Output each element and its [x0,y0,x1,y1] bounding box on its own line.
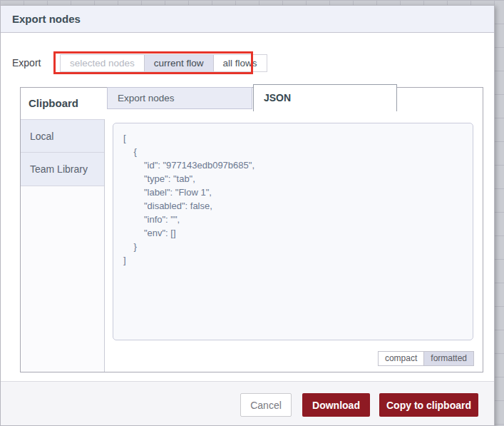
json-export-textarea[interactable]: [ { "id": "977143edb097b685", "type": "t… [113,123,473,340]
tab-json[interactable]: JSON [253,84,397,111]
copy-to-clipboard-button[interactable]: Copy to clipboard [379,393,478,417]
dialog-footer: Cancel Download Copy to clipboard [1,382,494,425]
library-sidebar: Local Team Library [21,119,105,372]
export-destination-panel: Clipboard Export nodes JSON Local Team L… [20,87,483,372]
export-scope-label: Export [12,57,41,69]
format-compact-button[interactable]: compact [379,352,423,365]
json-format-toggle-group: compact formatted [378,351,474,366]
cancel-button[interactable]: Cancel [240,393,292,417]
section-label-clipboard: Clipboard [29,97,78,109]
export-option-selected-nodes[interactable]: selected nodes [61,55,144,71]
download-button[interactable]: Download [302,393,370,417]
export-option-current-flow[interactable]: current flow [144,55,213,71]
sidebar-item-team-library[interactable]: Team Library [21,153,104,186]
tab-export-nodes[interactable]: Export nodes [107,87,252,109]
dialog-title: Export nodes [1,6,494,33]
json-export-content: [ { "id": "977143edb097b685", "type": "t… [123,131,463,267]
export-scope-button-group: selected nodes current flow all flows [60,54,267,72]
format-formatted-button[interactable]: formatted [423,352,473,365]
export-option-all-flows[interactable]: all flows [213,55,267,71]
export-nodes-dialog: Export nodes Export selected nodes curre… [0,5,495,426]
sidebar-item-local[interactable]: Local [21,119,104,153]
